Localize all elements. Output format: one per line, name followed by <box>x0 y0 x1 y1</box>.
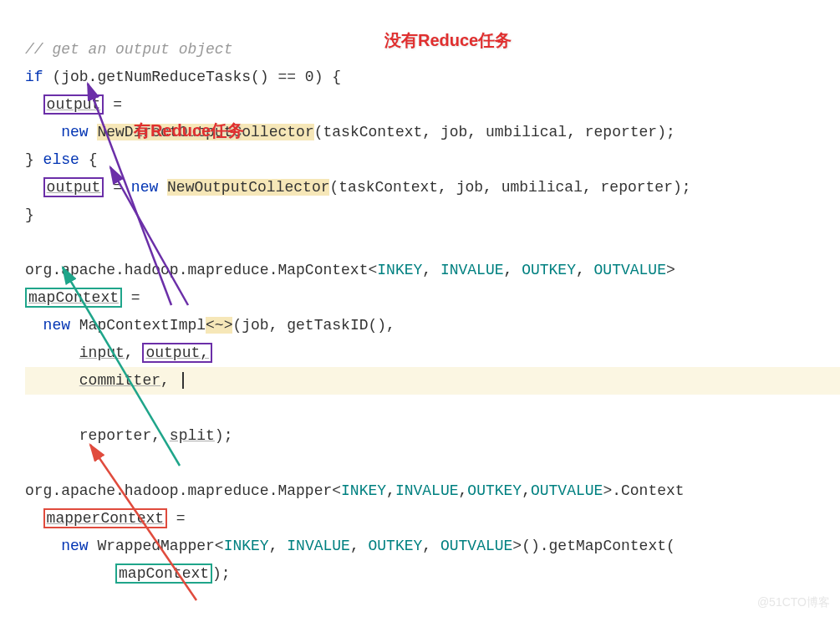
arg-reporter: reporter, <box>79 427 170 444</box>
comment-line: // get an output object <box>25 41 232 58</box>
cond: (job.getNumReduceTasks() == 0) { <box>43 69 341 85</box>
cursor-icon <box>182 372 184 389</box>
kw-new4: new <box>61 538 88 554</box>
sp1 <box>89 124 98 140</box>
c2: , <box>504 262 522 278</box>
end3: >.Context <box>603 482 684 499</box>
cc4: , <box>269 538 288 554</box>
g3-outvalue: OUTVALUE <box>440 538 512 554</box>
cc5: , <box>350 538 369 554</box>
cc2: , <box>459 482 468 499</box>
c1: , <box>422 262 440 278</box>
c4: , <box>125 344 143 361</box>
args2: (taskContext, job, umbilical, reporter); <box>329 179 690 196</box>
g-inkey: INKEY <box>377 262 422 278</box>
var-mapcontext-2: mapContext <box>115 563 212 584</box>
g2-outvalue: OUTVALUE <box>531 482 603 499</box>
sp2 <box>158 179 167 196</box>
g3-inkey: INKEY <box>224 538 269 554</box>
g-invalue: INVALUE <box>440 262 504 278</box>
c5: , <box>160 372 179 389</box>
g2-inkey: INKEY <box>341 482 386 499</box>
kw-new3: new <box>43 317 70 334</box>
var-output-2: output <box>43 177 104 197</box>
kw-new1: new <box>61 124 88 140</box>
close-brace: } <box>25 207 34 223</box>
kw-else: else <box>43 151 79 168</box>
else-line: } <box>25 151 43 168</box>
gen-tilde: <~> <box>206 317 232 334</box>
eq3: = <box>122 289 140 306</box>
end1: > <box>666 262 675 278</box>
arg-input: input <box>79 344 125 361</box>
cc3: , <box>522 482 531 499</box>
cls-output: NewOutputCollector <box>167 179 329 196</box>
arg-committer: committer <box>79 372 160 389</box>
watermark: @51CTO博客 <box>757 595 830 610</box>
cc6: , <box>422 538 440 554</box>
var-mappercontext-1: mapperContext <box>43 508 167 528</box>
eq4: = <box>167 510 186 527</box>
g-outkey: OUTKEY <box>522 262 576 278</box>
pkg-mapcontext: org.apache.hadoop.mapreduce.MapContext< <box>25 262 377 278</box>
pkg-mapper: org.apache.hadoop.mapreduce.Mapper< <box>25 482 341 499</box>
cls-wm: WrappedMapper< <box>89 538 224 554</box>
g2-invalue: INVALUE <box>395 482 459 499</box>
g2-outkey: OUTKEY <box>467 482 522 499</box>
args3: (job, getTaskID(), <box>232 317 395 334</box>
end2: ); <box>215 427 233 444</box>
cc1: , <box>386 482 395 499</box>
eq2: = <box>104 179 130 196</box>
g-outvalue: OUTVALUE <box>594 262 666 278</box>
cls-mci: MapContextImpl <box>70 317 206 334</box>
kw-if: if <box>25 69 43 85</box>
annotation-has-reduce: 有Reduce任务 <box>134 120 244 142</box>
var-output-3: output, <box>142 343 212 363</box>
kw-new2: new <box>131 179 158 196</box>
end5: ); <box>212 565 231 582</box>
c3: , <box>576 262 594 278</box>
arg-split: split <box>170 427 215 444</box>
annotation-no-reduce: 没有Reduce任务 <box>384 29 512 52</box>
code-block: // get an output object if (job.getNumRe… <box>0 0 840 617</box>
end4: >().getMapContext( <box>512 538 675 554</box>
g3-outkey: OUTKEY <box>369 538 423 554</box>
var-output-1: output <box>43 94 104 115</box>
eq1: = <box>104 96 122 113</box>
var-mapcontext-1: mapContext <box>25 288 122 308</box>
g3-invalue: INVALUE <box>287 538 350 554</box>
brace-else: { <box>79 151 98 168</box>
args1: (taskContext, job, umbilical, reporter); <box>314 124 675 140</box>
